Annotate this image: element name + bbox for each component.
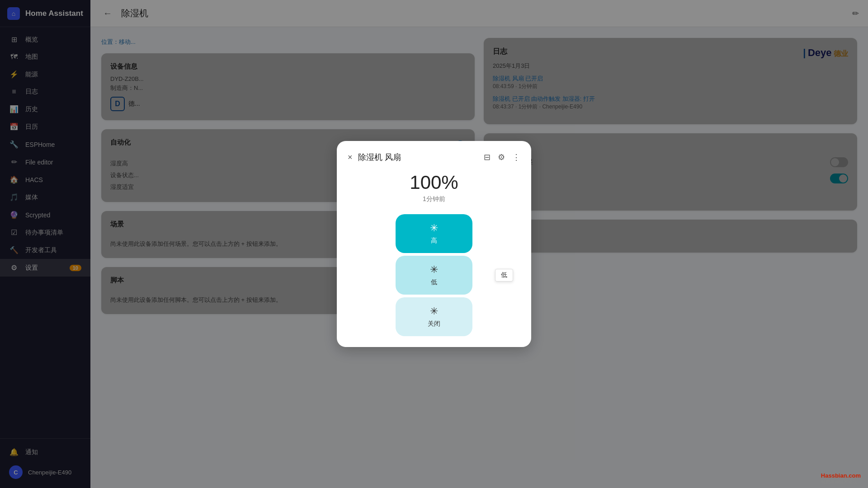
- fan-option-high[interactable]: ✳ 高: [396, 214, 472, 253]
- more-button[interactable]: ⋮: [512, 152, 520, 162]
- settings-button[interactable]: ⚙: [498, 152, 505, 162]
- fan-option-off[interactable]: ✳ 关闭: [396, 297, 472, 336]
- close-button[interactable]: ×: [348, 153, 353, 162]
- dialog-header: × 除湿机 风扇 ⊟ ⚙ ⋮: [348, 152, 520, 163]
- dialog-actions: ⊟ ⚙ ⋮: [484, 152, 520, 162]
- hassbian-subtitle: 瀚思彼岸技术论坛: [821, 479, 861, 485]
- fan-option-low[interactable]: ✳ 低 低: [396, 256, 472, 295]
- hassbian-logo: Hassbian.com: [821, 472, 861, 479]
- fan-icon-low: ✳: [430, 264, 438, 276]
- fan-option-off-label: 关闭: [428, 320, 440, 328]
- bar-chart-button[interactable]: ⊟: [484, 152, 491, 162]
- fan-icon-high: ✳: [430, 222, 438, 234]
- hassbian-footer: Hassbian.com 瀚思彼岸技术论坛: [814, 469, 868, 488]
- dialog-title: 除湿机 风扇: [358, 152, 484, 163]
- main-area: ← 除湿机 ✏ 位置：移动... 设备信息 DYD-Z20B... 制造商：N.…: [90, 0, 868, 488]
- tooltip-bubble: 低: [495, 269, 513, 282]
- dialog-overlay[interactable]: × 除湿机 风扇 ⊟ ⚙ ⋮ 100% 1分钟前 ✳ 高 ✳ 低: [0, 0, 868, 488]
- fan-percentage: 100%: [348, 172, 520, 193]
- fan-option-low-label: 低: [431, 278, 437, 286]
- fan-option-high-label: 高: [431, 237, 437, 245]
- fan-icon-off: ✳: [430, 305, 438, 317]
- fan-options: ✳ 高 ✳ 低 低 ✳ 关闭: [348, 214, 520, 336]
- fan-speed-dialog: × 除湿机 风扇 ⊟ ⚙ ⋮ 100% 1分钟前 ✳ 高 ✳ 低: [337, 141, 531, 347]
- fan-time: 1分钟前: [348, 195, 520, 203]
